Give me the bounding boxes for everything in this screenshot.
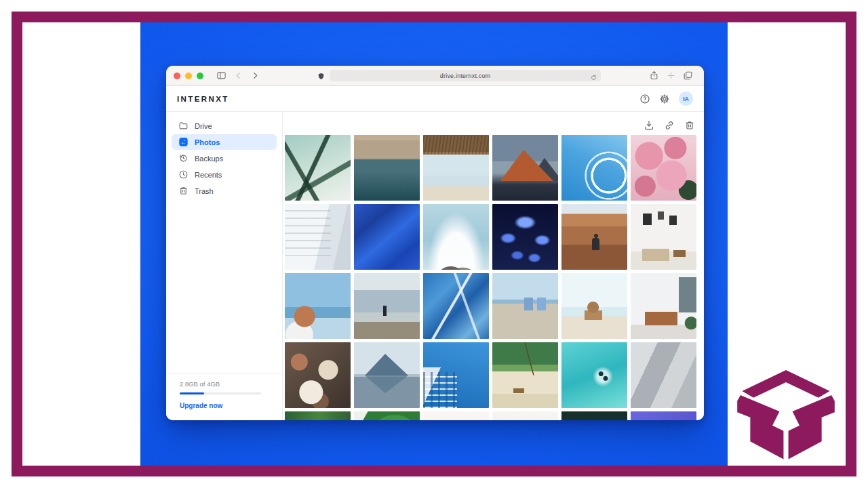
privacy-shield-icon[interactable]: [317, 71, 325, 80]
browser-window: drive.internxt.com INTERNXT IA: [166, 66, 704, 420]
share-link-icon[interactable]: [664, 120, 675, 131]
photo-tile[interactable]: [492, 342, 558, 408]
browser-actions: [646, 70, 696, 81]
photo-tile[interactable]: [423, 273, 489, 339]
sidebar-item-label: Drive: [195, 122, 212, 130]
share-icon[interactable]: [649, 70, 659, 81]
traffic-light-button[interactable]: [185, 73, 192, 79]
browser-nav: [213, 70, 264, 81]
photo-tile[interactable]: [285, 411, 351, 420]
sidebar-item-label: Photos: [195, 138, 220, 146]
photo-tile[interactable]: [631, 273, 696, 339]
photo-tile[interactable]: [492, 204, 558, 270]
photo-tile[interactable]: [492, 273, 558, 339]
photos-toolbar: [283, 112, 704, 135]
photo-tile[interactable]: [561, 411, 627, 420]
sidebar-item-label: Recents: [195, 171, 222, 179]
photo-tile[interactable]: [631, 135, 696, 201]
storage-panel: 2.8GB of 4GB Upgrade now: [166, 373, 282, 420]
photo-tile[interactable]: [631, 342, 696, 408]
traffic-lights: [174, 73, 203, 79]
folder-icon: [178, 121, 189, 131]
storage-usage-label: 2.8GB of 4GB: [180, 380, 269, 388]
new-tab-icon[interactable]: [666, 70, 676, 81]
header-actions: IA: [639, 92, 693, 106]
photo-tile[interactable]: [561, 273, 627, 339]
backups-icon: [178, 153, 189, 163]
photo-tile[interactable]: [492, 411, 558, 420]
photo-tile[interactable]: [423, 135, 489, 201]
photo-tile[interactable]: [423, 411, 489, 420]
address-bar[interactable]: drive.internxt.com: [330, 70, 601, 81]
photo-tile[interactable]: [354, 411, 420, 420]
photo-tile[interactable]: [354, 273, 420, 339]
photo-tile[interactable]: [354, 135, 420, 201]
photo-tile[interactable]: [561, 204, 627, 270]
photo-tile[interactable]: [423, 342, 489, 408]
photo-tile[interactable]: [285, 273, 351, 339]
photo-grid-scroll[interactable]: [283, 135, 704, 420]
sidebar-item[interactable]: Recents: [172, 167, 277, 182]
photo-tile[interactable]: [561, 342, 627, 408]
storage-progress-fill: [180, 392, 204, 394]
avatar[interactable]: IA: [679, 92, 693, 106]
reload-icon[interactable]: [590, 72, 597, 79]
storage-progress-track: [180, 392, 261, 394]
browser-chrome: drive.internxt.com: [166, 66, 704, 86]
open-box-logo-icon: [736, 370, 836, 461]
tab-overview-icon[interactable]: [683, 70, 693, 81]
sidebar-item[interactable]: Backups: [172, 150, 277, 166]
photo-tile[interactable]: [285, 342, 351, 408]
sidebar: Drive Photos Backups: [166, 112, 283, 420]
internxt-logo: INTERNXT: [177, 95, 229, 103]
photo-tile[interactable]: [423, 204, 489, 270]
app-header: INTERNXT IA: [166, 86, 704, 112]
photo-tile[interactable]: [285, 204, 351, 270]
photo-tile[interactable]: [354, 342, 420, 408]
settings-icon[interactable]: [659, 94, 670, 104]
app-body: Drive Photos Backups: [166, 112, 704, 420]
page: drive.internxt.com INTERNXT IA: [0, 0, 868, 488]
delete-icon[interactable]: [684, 120, 695, 131]
help-icon[interactable]: [639, 94, 650, 104]
photo-tile[interactable]: [492, 135, 558, 201]
photo-tile[interactable]: [285, 135, 351, 201]
recents-icon: [178, 169, 189, 180]
download-icon[interactable]: [644, 120, 654, 131]
sidebar-item-label: Backups: [195, 155, 223, 163]
photo-tile[interactable]: [561, 135, 627, 201]
sidebar-item-label: Trash: [195, 187, 214, 195]
photos-icon: [178, 137, 189, 147]
url-text: drive.internxt.com: [440, 73, 491, 79]
sidebar-toggle-icon[interactable]: [216, 70, 226, 81]
photo-grid: [285, 135, 704, 420]
sidebar-item[interactable]: Photos: [172, 134, 277, 150]
photos-content: [283, 112, 704, 420]
sidebar-item[interactable]: Drive: [172, 118, 277, 134]
back-icon[interactable]: [233, 70, 243, 81]
trash-icon: [178, 186, 189, 196]
traffic-light-button[interactable]: [197, 73, 203, 79]
forward-icon[interactable]: [250, 70, 260, 81]
traffic-light-button[interactable]: [174, 73, 180, 79]
photo-tile[interactable]: [631, 204, 696, 270]
photo-tile[interactable]: [631, 411, 696, 420]
photo-tile[interactable]: [354, 204, 420, 270]
sidebar-item[interactable]: Trash: [172, 183, 277, 199]
upgrade-link[interactable]: Upgrade now: [180, 402, 269, 409]
